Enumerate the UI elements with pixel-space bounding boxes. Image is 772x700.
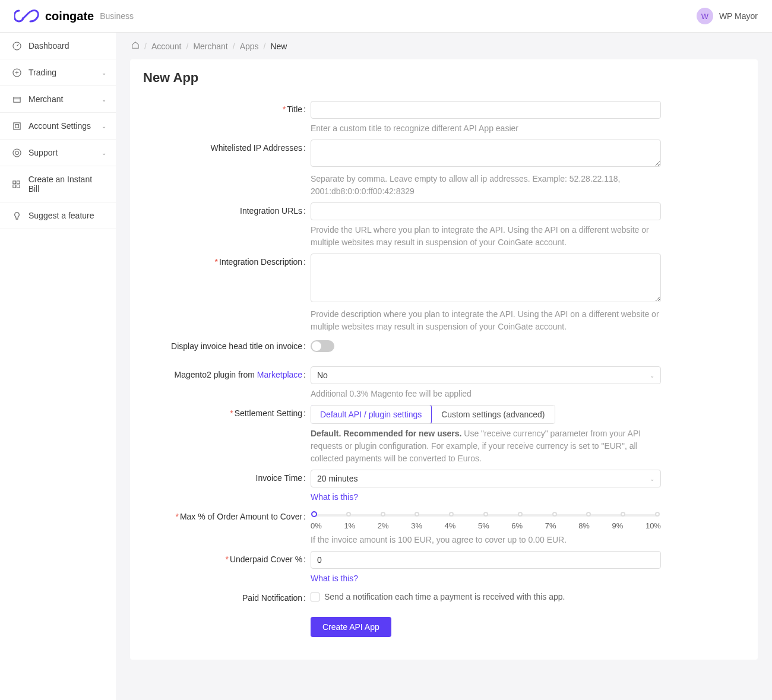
slider-tick-label: 4%: [445, 521, 456, 530]
invoice-time-help-link[interactable]: What is this?: [311, 492, 358, 502]
sidebar-item-suggest[interactable]: Suggest a feature: [0, 202, 116, 229]
sidebar-item-instant-bill[interactable]: Create an Instant Bill: [0, 166, 116, 202]
svg-point-6: [15, 151, 18, 154]
sidebar-item-label: Trading: [29, 68, 56, 77]
merchant-icon: [12, 94, 21, 104]
title-input[interactable]: [311, 101, 661, 119]
invoice-time-select[interactable]: 20 minutes⌄: [311, 470, 661, 487]
chevron-down-icon: ⌄: [650, 476, 654, 482]
sidebar-item-label: Support: [29, 148, 58, 157]
breadcrumb-account[interactable]: Account: [151, 42, 182, 51]
sidebar-item-support[interactable]: Support ⌄: [0, 140, 116, 166]
avatar: W: [697, 8, 713, 24]
brand-sub: Business: [100, 11, 134, 21]
svg-rect-9: [13, 185, 16, 188]
breadcrumb-sep: /: [233, 42, 235, 51]
svg-rect-2: [13, 97, 20, 102]
breadcrumb-sep: /: [144, 42, 147, 51]
settings-icon: [12, 121, 21, 131]
slider-tick[interactable]: [449, 512, 454, 517]
bill-icon: [12, 179, 21, 189]
chevron-down-icon: ⌄: [102, 150, 106, 156]
paid-notification-text: Send a notification each time a payment …: [324, 592, 565, 601]
breadcrumb: / Account / Merchant / Apps / New: [131, 41, 758, 51]
magento-help: Additional 0.3% Magento fee will be appl…: [311, 388, 661, 400]
home-icon[interactable]: [131, 41, 140, 51]
chevron-down-icon: ⌄: [102, 96, 106, 103]
integration-urls-label: Integration URLs:: [143, 202, 311, 249]
sidebar-item-label: Dashboard: [29, 41, 69, 50]
integration-urls-help: Provide the URL where you plan to integr…: [311, 224, 661, 249]
max-pct-label: *Max % of Order Amount to Cover:: [143, 508, 311, 546]
logo-icon: [14, 9, 39, 23]
breadcrumb-sep: /: [186, 42, 188, 51]
settlement-default-button[interactable]: Default API / plugin settings: [311, 405, 432, 424]
sidebar-item-merchant[interactable]: Merchant ⌄: [0, 86, 116, 113]
sidebar: Dashboard Trading ⌄ Merchant ⌄ Account S…: [0, 33, 116, 700]
sidebar-item-dashboard[interactable]: Dashboard: [0, 33, 116, 59]
form-card: New App *Title: Enter a custom title to …: [130, 59, 758, 660]
slider-tick-label: 5%: [478, 521, 489, 530]
slider-tick[interactable]: [346, 512, 351, 517]
integration-desc-help: Provide description where you plan to in…: [311, 308, 661, 333]
slider-tick[interactable]: [586, 512, 591, 517]
underpaid-input[interactable]: [311, 551, 661, 569]
slider-tick[interactable]: [518, 512, 523, 517]
user-menu[interactable]: W WP Mayor: [697, 8, 758, 24]
sidebar-item-label: Merchant: [29, 94, 63, 104]
sidebar-item-label: Suggest a feature: [29, 211, 94, 220]
bulb-icon: [12, 211, 21, 220]
settlement-custom-button[interactable]: Custom settings (advanced): [431, 406, 554, 423]
brand-text: coingate: [45, 9, 94, 23]
underpaid-help-link[interactable]: What is this?: [311, 574, 358, 583]
svg-rect-3: [13, 122, 20, 129]
marketplace-link[interactable]: Marketplace: [257, 370, 302, 379]
trading-icon: [12, 68, 21, 77]
integration-desc-input[interactable]: [311, 254, 661, 302]
magento-select[interactable]: No⌄: [311, 366, 661, 384]
paid-notification-checkbox[interactable]: [311, 593, 319, 601]
paid-notification-label: Paid Notification:: [143, 590, 311, 603]
svg-rect-10: [17, 185, 20, 188]
slider-tick[interactable]: [311, 511, 317, 517]
create-api-app-button[interactable]: Create API App: [311, 617, 391, 637]
breadcrumb-merchant[interactable]: Merchant: [193, 42, 227, 51]
logo-block: coingate Business: [14, 9, 134, 23]
slider-tick[interactable]: [483, 512, 488, 517]
svg-rect-7: [13, 180, 16, 183]
slider-tick-label: 3%: [411, 521, 422, 530]
magento-label: Magento2 plugin from Marketplace:: [143, 366, 311, 400]
breadcrumb-sep: /: [264, 42, 266, 51]
dashboard-icon: [12, 41, 21, 50]
chevron-down-icon: ⌄: [650, 372, 654, 379]
settlement-help: Default. Recommended for new users. Use …: [311, 427, 661, 465]
slider-tick[interactable]: [381, 512, 385, 517]
sidebar-item-account-settings[interactable]: Account Settings ⌄: [0, 113, 116, 140]
slider-tick[interactable]: [552, 512, 557, 517]
breadcrumb-apps[interactable]: Apps: [240, 42, 259, 51]
slider-tick-label: 2%: [378, 521, 389, 530]
slider-tick-label: 6%: [511, 521, 523, 530]
main-content: / Account / Merchant / Apps / New New Ap…: [116, 33, 772, 700]
whitelisted-input[interactable]: [311, 140, 661, 167]
max-pct-slider[interactable]: 0%1%2%3%4%5%6%7%8%9%10%: [311, 508, 661, 530]
slider-tick[interactable]: [415, 512, 419, 517]
slider-tick-label: 10%: [646, 521, 661, 530]
svg-rect-8: [17, 180, 20, 183]
underpaid-label: *Underpaid Cover %:: [143, 551, 311, 585]
breadcrumb-current: New: [270, 42, 287, 51]
slider-tick-label: 8%: [578, 521, 590, 530]
title-label: *Title:: [143, 101, 311, 135]
svg-point-5: [12, 148, 20, 156]
whitelisted-label: Whitelisted IP Addresses:: [143, 140, 311, 198]
integration-urls-input[interactable]: [311, 202, 661, 220]
slider-tick[interactable]: [621, 512, 625, 517]
slider-tick-label: 0%: [311, 521, 322, 530]
sidebar-item-trading[interactable]: Trading ⌄: [0, 59, 116, 86]
chevron-down-icon: ⌄: [102, 69, 106, 76]
display-invoice-label: Display invoice head title on invoice:: [143, 338, 311, 352]
sidebar-item-label: Create an Instant Bill: [29, 175, 104, 194]
display-invoice-toggle[interactable]: [311, 340, 334, 352]
slider-tick-label: 1%: [344, 521, 355, 530]
slider-tick[interactable]: [655, 512, 660, 517]
